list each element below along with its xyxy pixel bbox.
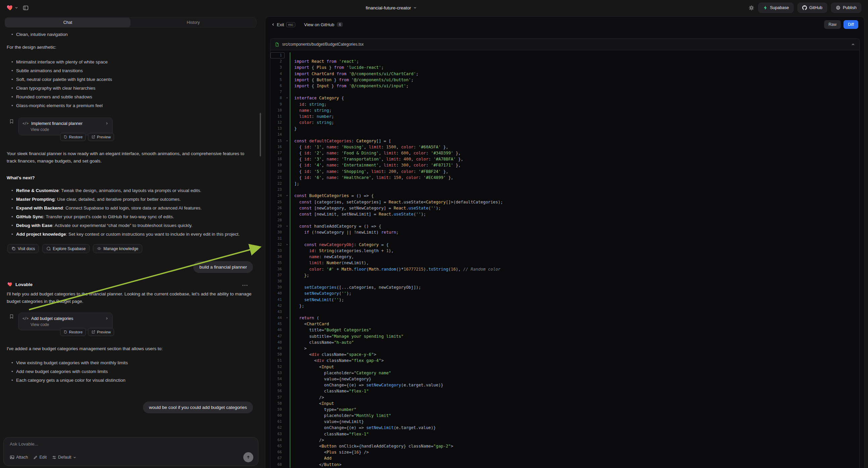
github-button[interactable]: GitHub — [798, 3, 827, 13]
code-line: 56 className="flex-1" — [271, 388, 859, 394]
restore-button[interactable]: Restore — [60, 133, 86, 141]
code-line: 38 — [271, 278, 859, 284]
code-line: 8▾interface Category { — [271, 95, 859, 101]
code-line: 66 <Plus size={16} /> — [271, 449, 859, 455]
visit-docs-button[interactable]: Visit docs — [7, 244, 39, 253]
tab-chat[interactable]: Chat — [5, 18, 130, 27]
code-line: 6import { Input } from '@/components/ui/… — [271, 83, 859, 89]
explore-supabase-button[interactable]: Explore Supabase — [42, 244, 90, 253]
attach-button[interactable]: Attach — [10, 455, 28, 460]
code-line: 29▾ const handleAddCategory = () => { — [271, 223, 859, 229]
code-card-title: Add budget categories — [31, 316, 103, 321]
code-line: 45 <ChartCard — [271, 321, 859, 327]
chat-scrollbar[interactable] — [260, 113, 261, 156]
chevron-right-icon — [105, 121, 108, 126]
file-bar[interactable]: src/components/budget/BudgetCategories.t… — [271, 39, 859, 50]
code-line: 18 { id: '3', name: 'Transportation', li… — [271, 156, 859, 162]
send-button[interactable] — [243, 452, 253, 462]
attach-label: Attach — [16, 455, 28, 460]
code-line: 31 — [271, 236, 859, 242]
code-line: 28 — [271, 217, 859, 223]
assistant-header: Lovable — [7, 282, 256, 287]
bookmark-icon[interactable] — [9, 119, 14, 125]
chat-input[interactable] — [10, 441, 253, 446]
manage-knowledge-label: Manage knowledge — [103, 246, 138, 251]
whats-next-heading: What's next? — [7, 174, 254, 182]
code-line: 17 { id: '2', name: 'Food & Dining', lim… — [271, 150, 859, 156]
gear-icon — [749, 5, 754, 11]
lovable-heart-icon — [7, 4, 13, 11]
view-code-link[interactable]: View code — [31, 322, 108, 327]
code-line: 4import ChartCard from '@/components/ui/… — [271, 71, 859, 77]
chat-history-tabs: Chat History — [5, 18, 256, 28]
code-line: 23 — [271, 187, 859, 193]
edit-button[interactable]: Edit — [33, 455, 46, 460]
exit-button[interactable]: Exit esc — [272, 22, 295, 27]
code-line: 36 color: '#' + Math.floor(Math.random()… — [271, 266, 859, 272]
bookmark-icon[interactable] — [9, 314, 14, 320]
ready-paragraph: Your sleek financial planner is now read… — [7, 150, 254, 165]
chevron-left-icon — [272, 23, 275, 26]
code-line: 41 setNewLimit(''); — [271, 297, 859, 303]
code-line: 67 Add — [271, 455, 859, 461]
sidebar-toggle-button[interactable] — [23, 5, 29, 11]
project-name: financial-future-creator — [366, 5, 411, 10]
code-line: 2import React from 'react'; — [271, 58, 859, 64]
code-line: 68 </Button> — [271, 462, 859, 468]
list-item: Clean typography with clear hierarchies — [16, 84, 256, 93]
publish-label: Publish — [843, 5, 857, 10]
code-line: 21 { id: '6', name: 'Healthcare', limit:… — [271, 175, 859, 181]
tab-history[interactable]: History — [130, 18, 256, 27]
code-line: 55 onChange={(e) => setNewCategory(e.tar… — [271, 382, 859, 388]
code-line: 60 placeholder="Monthly limit" — [271, 413, 859, 419]
code-line: 27 const [newLimit, setNewLimit] = React… — [271, 211, 859, 217]
restore-button[interactable]: Restore — [60, 328, 86, 336]
chat-panel: Chat History Clean, intuitive navigation… — [0, 16, 262, 468]
list-item: Subtle animations and transitions — [16, 66, 256, 75]
code-card-implement: </> Implement financial planner View cod… — [18, 117, 113, 135]
collapse-chevron-icon[interactable] — [851, 42, 855, 46]
code-editor[interactable]: 12import React from 'react';3import { Pl… — [271, 50, 859, 468]
code-line: 26 const [newCategory, setNewCategory] =… — [271, 205, 859, 211]
view-on-github-label: View on GitHub — [304, 22, 334, 27]
assistant-name: Lovable — [16, 282, 33, 287]
message-menu-icon[interactable] — [242, 282, 248, 287]
code-line: 44▾ return ( — [271, 315, 859, 321]
preview-button[interactable]: Preview — [88, 328, 114, 336]
list-item: Debug with Ease: Activate our experiment… — [16, 221, 256, 230]
chat-messages[interactable]: Clean, intuitive navigation For the desi… — [0, 28, 262, 434]
list-item: Glass-morphic elements for a premium fee… — [16, 101, 256, 110]
code-line: 1 — [271, 52, 859, 58]
diff-view-button[interactable]: Diff — [843, 20, 858, 29]
visit-docs-label: Visit docs — [18, 246, 35, 251]
project-menu[interactable]: financial-future-creator — [366, 0, 417, 16]
added-bullet-list: View existing budget categories with the… — [5, 358, 256, 385]
code-lines: 12import React from 'react';3import { Pl… — [271, 52, 859, 468]
manage-knowledge-button[interactable]: Manage knowledge — [93, 244, 142, 253]
code-line: 43 — [271, 309, 859, 315]
model-label: Default — [58, 455, 71, 460]
code-line: 30 if (!newCategory || !newLimit) return… — [271, 229, 859, 235]
list-item: Minimalist interface with plenty of whit… — [16, 58, 256, 66]
added-paragraph: I've added a new budget categories manag… — [7, 345, 254, 352]
view-on-github-link[interactable]: View on GitHub 6 — [304, 22, 343, 27]
code-line: 51 <div className="flex gap-4"> — [271, 357, 859, 363]
publish-button[interactable]: Publish — [831, 3, 861, 13]
code-line: 64 /> — [271, 437, 859, 443]
code-line: 13} — [271, 125, 859, 131]
change-count-badge: 6 — [337, 22, 343, 27]
view-code-link[interactable]: View code — [31, 127, 108, 132]
chat-input-actions: Attach Edit Default — [10, 452, 253, 462]
supabase-button[interactable]: Supabase — [758, 3, 794, 13]
model-selector-button[interactable]: Default — [52, 455, 76, 460]
restore-icon — [63, 330, 67, 334]
settings-button[interactable] — [749, 5, 754, 11]
lovable-logo-menu[interactable] — [7, 4, 18, 11]
github-label: GitHub — [809, 5, 823, 10]
preview-button[interactable]: Preview — [88, 133, 114, 141]
code-line: 46 title="Budget Categories" — [271, 327, 859, 333]
code-line: 15▾const defaultCategories: Category[] =… — [271, 138, 859, 144]
raw-view-button[interactable]: Raw — [824, 20, 841, 29]
explore-supabase-label: Explore Supabase — [53, 246, 86, 251]
restore-label: Restore — [69, 135, 83, 139]
